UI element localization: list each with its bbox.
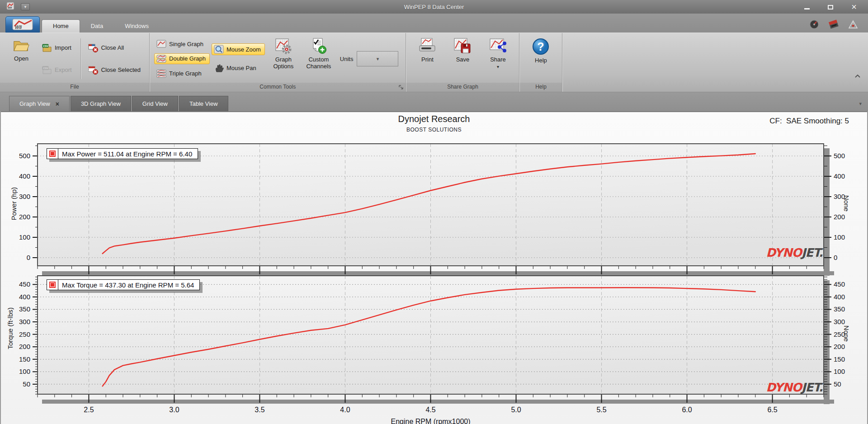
close-all-button[interactable]: Close All [85,42,145,54]
svg-text:500: 500 [19,152,30,160]
svg-text:100: 100 [834,367,845,375]
graph-options-button[interactable]: Graph Options [267,36,300,82]
mouse-pan-label: Mouse Pan [226,65,256,71]
maximize-icon [828,5,833,9]
legend-max-torque[interactable]: Max Torque = 437.30 at Engine RPM = 5.64 [47,279,200,290]
double-graph-label: Double Graph [169,55,206,62]
group-label-share-graph: Share Graph [406,83,519,92]
maximize-button[interactable] [825,3,836,11]
y-axis-label-torque: Torque (ft-lbs) [6,307,14,349]
export-button[interactable]: CSV Export [40,64,76,76]
close-all-icon [88,43,99,53]
svg-text:6.0: 6.0 [682,406,692,414]
graph-options-label: Graph Options [267,57,300,70]
winpep-window: W8 ▾ WinPEP 8 Data Center × W8 Home Data… [0,0,868,424]
triangle-logo-icon[interactable] [848,19,858,31]
tab-graph-view[interactable]: Graph View × [9,96,70,111]
svg-text:450: 450 [19,280,30,288]
close-selected-button[interactable]: Close Selected [85,64,145,76]
dynojet-watermark-bottom: DYNOJET. [766,381,823,394]
svg-text:200: 200 [19,213,30,221]
help-button[interactable]: ? Help [524,36,557,82]
mouse-zoom-button[interactable]: Mouse Zoom [212,43,265,55]
group-divider [80,38,81,79]
svg-text:200: 200 [834,213,845,221]
tab-3d-graph-view[interactable]: 3D Graph View [71,96,131,111]
svg-text:400: 400 [834,293,845,301]
ribbon-group-help: ? Help Help [519,33,562,92]
tab-grid-view[interactable]: Grid View [132,96,178,111]
tab-overflow-dropdown-icon[interactable]: ▾ [859,101,862,107]
minimize-button[interactable] [801,3,813,11]
x-axis-title: Engine RPM (rpmx1000) [391,418,470,424]
tab-table-view-label: Table View [189,100,218,107]
svg-text:400: 400 [19,172,30,180]
right-axis-label-none-bottom: None [843,325,850,342]
ribbon-tab-windows[interactable]: Windows [114,20,160,33]
print-icon [418,38,437,55]
svg-text:3.5: 3.5 [255,406,264,414]
svg-text:300: 300 [834,318,845,325]
common-tools-label-text: Common Tools [259,84,296,90]
share-icon [488,38,507,55]
ribbon-tab-home[interactable]: Home [42,19,80,33]
gauge-icon[interactable] [809,19,819,31]
minimize-icon [804,8,810,9]
legend-swatch [47,280,58,290]
svg-text:100: 100 [834,233,845,241]
share-label: Share [490,57,506,63]
mouse-zoom-icon [214,45,224,54]
svg-text:250: 250 [19,330,30,338]
help-label: Help [535,57,547,64]
collapse-ribbon-button[interactable] [854,72,861,80]
application-button[interactable]: W8 [5,16,40,33]
svg-text:150: 150 [834,355,845,363]
legend-max-power[interactable]: Max Power = 511.04 at Engine RPM = 6.40 [47,148,198,159]
save-button[interactable]: Save [446,36,479,82]
group-label-common-tools: Common Tools [150,83,406,92]
mouse-zoom-label: Mouse Zoom [226,46,261,53]
double-graph-button[interactable]: Double Graph [154,53,210,64]
close-all-label: Close All [101,44,124,51]
single-graph-button[interactable]: Single Graph [154,38,210,49]
dyno-device-icon[interactable] [828,19,839,32]
winpep-logo-icon: W8 [11,18,34,31]
ribbon-group-common-tools: Single Graph Double Graph Triple Graph M… [150,33,406,92]
units-dropdown[interactable]: ▾ [357,51,398,66]
mouse-pan-icon [214,64,224,73]
svg-text:3.0: 3.0 [169,406,179,414]
window-title: WinPEP 8 Data Center [0,4,868,10]
import-button[interactable]: CSV Import [40,42,76,54]
help-icon: ? [532,38,550,56]
group-label-file: File [0,83,149,92]
svg-text:400: 400 [19,293,30,301]
close-button[interactable]: × [848,2,860,12]
share-dropdown-icon: ▾ [497,64,499,70]
single-graph-icon [156,40,166,48]
tab-close-icon[interactable]: × [56,100,59,108]
svg-text:2.5: 2.5 [84,406,94,414]
svg-text:5.0: 5.0 [511,406,521,414]
tab-table-view[interactable]: Table View [179,96,228,111]
svg-text:W8: W8 [15,25,22,30]
ribbon-tab-data[interactable]: Data [80,20,114,33]
print-button[interactable]: Print [410,36,444,82]
triple-graph-label: Triple Graph [169,70,202,77]
svg-text:5.5: 5.5 [596,406,606,414]
triple-graph-button[interactable]: Triple Graph [154,68,210,79]
y-axis-label-power: Power (hp) [10,187,18,220]
custom-channels-button[interactable]: Custom Channels [302,36,335,82]
svg-text:4.5: 4.5 [425,406,435,414]
titlebar-tool-icons [809,19,858,32]
legend-max-power-text: Max Power = 511.04 at Engine RPM = 6.40 [62,150,192,158]
share-button[interactable]: Share ▾ [481,36,514,82]
svg-text:300: 300 [19,193,30,200]
custom-channels-icon [310,38,328,55]
svg-text:350: 350 [834,305,845,313]
single-graph-label: Single Graph [169,41,203,47]
open-button[interactable]: Open [5,36,38,82]
svg-text:CSV: CSV [43,67,49,70]
save-label: Save [456,57,470,63]
dialog-launcher-icon[interactable] [399,84,404,93]
mouse-pan-button[interactable]: Mouse Pan [212,62,265,74]
